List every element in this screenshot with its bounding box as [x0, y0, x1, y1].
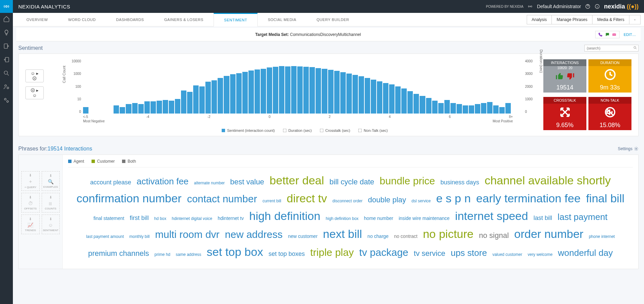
chart-bar[interactable]	[322, 69, 327, 114]
chart-bar[interactable]	[444, 100, 450, 114]
chart-bar[interactable]	[120, 107, 125, 114]
word-hdinternet-tv[interactable]: hdinternet tv	[215, 215, 246, 222]
word-phone-internet[interactable]: phone internet	[586, 234, 618, 240]
channel-icons[interactable]	[595, 31, 620, 38]
chart-bar[interactable]	[279, 66, 284, 114]
word-alternate-number[interactable]: alternate number	[191, 180, 227, 186]
chart-bar[interactable]	[218, 78, 223, 114]
chart-bar[interactable]	[291, 66, 297, 114]
tile-crosstalk[interactable]: CROSSTALK 9.65%	[543, 97, 586, 130]
tab-word-cloud[interactable]: WORD CLOUD	[58, 13, 106, 26]
tab-dashboards[interactable]: DASHBOARDS	[106, 13, 154, 26]
legend-customer[interactable]: Customer	[97, 159, 115, 164]
word-same-address[interactable]: same address	[173, 251, 204, 258]
chart-plot[interactable]: 010100100010000 01000200030004000	[83, 59, 523, 114]
word-monthly-bill[interactable]: monthly bill	[126, 234, 152, 240]
legend-both[interactable]: Both	[127, 159, 136, 164]
word-next-bill[interactable]: next bill	[320, 225, 365, 243]
tool-offsets[interactable]: ⬇⏱OFFSETS	[21, 193, 40, 212]
edit-link[interactable]: EDIT…	[624, 33, 636, 37]
action-media-filters[interactable]: Media & Filters	[592, 15, 629, 24]
word-set-top-boxes[interactable]: set top boxes	[266, 249, 307, 259]
word-e-s-p-n[interactable]: e s p n	[434, 189, 474, 207]
action-analysis[interactable]: Analysis	[527, 15, 552, 24]
tab-query-builder[interactable]: QUERY BUILDER	[306, 13, 359, 26]
tool-trends[interactable]: ⬇📈TRENDS	[21, 215, 40, 234]
import-icon[interactable]	[3, 43, 10, 49]
action--[interactable]: -	[629, 15, 641, 24]
word-account-please[interactable]: account please	[87, 178, 134, 187]
word-internet-speed[interactable]: internet speed	[452, 207, 531, 225]
chart-bar[interactable]	[212, 80, 217, 114]
tile-nontalk[interactable]: NON-TALK 15.08%	[588, 97, 631, 130]
chart-bar[interactable]	[187, 92, 193, 114]
word-final-bill[interactable]: final bill	[583, 189, 627, 207]
chart-bar[interactable]	[487, 102, 492, 114]
settings-link[interactable]: Settings	[618, 146, 639, 151]
word-current-bill[interactable]: current bill	[260, 198, 284, 204]
search-input[interactable]	[584, 45, 639, 52]
user-name[interactable]: Default Administrator	[537, 4, 581, 9]
chart-bar[interactable]	[114, 105, 119, 114]
word-last-payment[interactable]: last payment	[555, 210, 610, 224]
home-icon[interactable]	[3, 16, 10, 22]
chart-bar[interactable]	[261, 69, 266, 114]
tool-counts[interactable]: ⬇⫼COUNTS	[42, 193, 60, 212]
word-high-definition-box[interactable]: high definition box	[323, 216, 361, 222]
word-new-address[interactable]: new address	[222, 227, 285, 243]
legend-agent[interactable]: Agent	[74, 159, 84, 164]
search-rail-icon[interactable]	[3, 70, 10, 77]
tool-examples[interactable]: ⬇🔍EXAMPLES	[42, 171, 60, 191]
chart-bar[interactable]	[83, 107, 88, 114]
word-confirmation-number[interactable]: confirmation number	[74, 189, 184, 207]
word-final-statement[interactable]: final statement	[91, 215, 127, 222]
word-hd-box[interactable]: hd box	[152, 216, 169, 222]
gears-icon[interactable]	[3, 97, 10, 104]
chart-bar[interactable]	[297, 66, 303, 114]
tool-sentiment[interactable]: ⬇☺SENTIMENT	[42, 215, 60, 234]
chart-bar[interactable]	[181, 90, 186, 114]
export-icon[interactable]	[3, 56, 10, 63]
chart-bar[interactable]	[371, 80, 376, 114]
chart-bar[interactable]	[389, 84, 395, 114]
chart-bar[interactable]	[469, 105, 474, 114]
chart-bar[interactable]	[346, 74, 352, 114]
word-triple-play[interactable]: triple play	[307, 245, 356, 261]
word-last-bill[interactable]: last bill	[531, 214, 555, 223]
chart-bar[interactable]	[132, 103, 138, 114]
chart-bar[interactable]	[157, 101, 162, 114]
chart-bar[interactable]	[377, 81, 382, 114]
word-no-charge[interactable]: no charge	[365, 233, 391, 240]
chart-bar[interactable]	[285, 66, 290, 114]
word-no-signal[interactable]: no signal	[476, 230, 511, 241]
word-last-payment-amount[interactable]: last payment amount	[83, 234, 126, 240]
word-very-welcome[interactable]: very welcome	[525, 251, 555, 258]
word-tv-service[interactable]: tv service	[411, 248, 448, 259]
chart-bar[interactable]	[224, 76, 229, 114]
pos-shift-button[interactable]: ☹ ▸ ☺	[25, 86, 44, 99]
chart-bar[interactable]	[150, 101, 156, 114]
tab-gainers-losers[interactable]: GAINERS & LOSERS	[154, 13, 214, 26]
word-first-bill[interactable]: first bill	[127, 214, 152, 223]
chart-bar[interactable]	[505, 103, 511, 114]
word-wonderful-day[interactable]: wonderful day	[555, 246, 616, 260]
info-icon[interactable]	[595, 4, 600, 9]
word-bill-cycle-date[interactable]: bill cycle date	[327, 176, 377, 188]
chart-bar[interactable]	[193, 85, 199, 114]
word-set-top-box[interactable]: set top box	[204, 243, 266, 261]
chart-bar[interactable]	[407, 91, 413, 114]
chart-bar[interactable]	[457, 104, 462, 114]
word-contact-number[interactable]: contact number	[184, 191, 260, 207]
help-icon[interactable]	[585, 4, 590, 9]
word-tv-package[interactable]: tv package	[357, 245, 411, 261]
word-better-deal[interactable]: better deal	[267, 171, 327, 189]
chart-bar[interactable]	[432, 101, 438, 114]
chart-bar[interactable]	[273, 67, 278, 114]
chart-bar[interactable]	[138, 104, 144, 114]
chart-bar[interactable]	[255, 69, 260, 114]
chart-bar[interactable]	[248, 70, 254, 114]
chart-bar[interactable]	[475, 104, 480, 114]
word-direct-tv[interactable]: direct tv	[284, 189, 330, 207]
word-early-termination-fee[interactable]: early termination fee	[474, 189, 583, 207]
users-gear-icon[interactable]	[3, 83, 10, 90]
